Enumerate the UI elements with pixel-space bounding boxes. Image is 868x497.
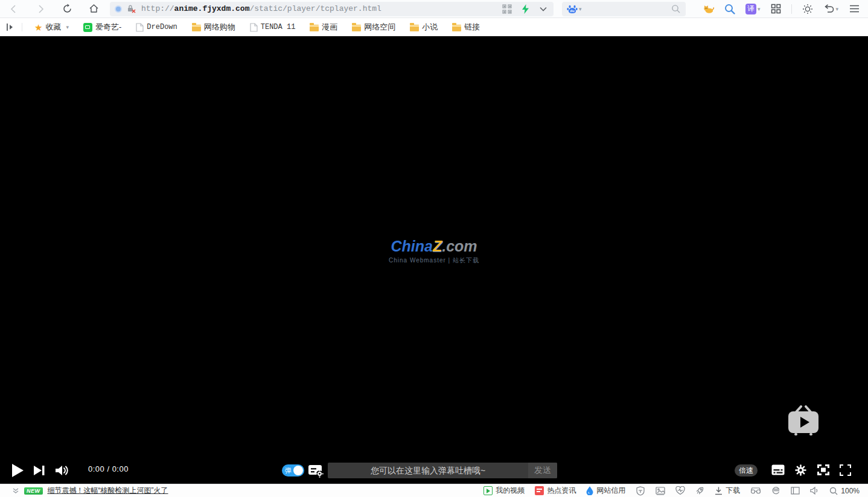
search-icon[interactable]: [670, 4, 681, 14]
favorites-label: 收藏: [45, 22, 61, 33]
incognito-glasses-icon[interactable]: [750, 487, 761, 495]
bookmark-label: 网络购物: [204, 22, 235, 33]
news-headline-link[interactable]: 细节震撼！这幅“核酸检测上河图”火了: [48, 486, 168, 496]
bookmark-folder-novels[interactable]: 小说: [405, 20, 442, 34]
refresh-icon[interactable]: [62, 4, 72, 14]
bookmark-label: 爱奇艺-: [95, 22, 121, 33]
url-host: anime.fjyxdm.com: [174, 4, 250, 13]
bookmark-folder-netspace[interactable]: 网络空间: [347, 20, 400, 34]
url-path: /static/player/tcplayer.html: [249, 4, 381, 13]
bookmark-folder-shopping[interactable]: 网络购物: [187, 20, 240, 34]
bookmark-dredown[interactable]: DreDown: [131, 20, 182, 34]
protection-shield-icon[interactable]: [636, 486, 645, 496]
health-heart-icon[interactable]: [675, 486, 685, 495]
translate-control[interactable]: 译 ▾: [745, 4, 761, 14]
hot-news-button[interactable]: 热点资讯: [535, 486, 576, 496]
menu-hamburger-icon[interactable]: [849, 4, 860, 14]
play-button[interactable]: [11, 463, 24, 478]
water-drop-icon: [586, 486, 593, 495]
undo-icon[interactable]: [823, 4, 834, 14]
download-label: 下载: [726, 486, 740, 496]
mute-speaker-icon[interactable]: [810, 487, 819, 495]
volume-button[interactable]: [55, 464, 68, 476]
undo-caret-icon[interactable]: ▾: [835, 6, 838, 12]
iqiyi-icon: [83, 23, 92, 32]
boost-rocket-icon[interactable]: [695, 486, 704, 495]
favorites-button[interactable]: ★ 收藏 ▾: [30, 20, 74, 34]
bookmark-label: 小说: [422, 22, 438, 33]
danmaku-settings-icon[interactable]: [308, 463, 324, 478]
toggle-knob: [293, 466, 303, 475]
fullscreen-icon[interactable]: [840, 464, 851, 476]
hot-news-icon: [535, 486, 544, 495]
insecure-lock-icon[interactable]: [126, 4, 136, 14]
my-videos-label: 我的视频: [496, 486, 525, 496]
browser-toolbar: http://anime.fjyxdm.com/static/player/tc…: [0, 0, 868, 18]
chevron-down-icon[interactable]: [538, 4, 549, 14]
qr-code-icon[interactable]: [502, 4, 512, 14]
extensions-grid-icon[interactable]: [770, 4, 781, 14]
bookmark-label: DreDown: [147, 23, 177, 31]
site-info-icon[interactable]: [115, 5, 122, 13]
settings-gear-icon[interactable]: [794, 464, 807, 476]
speed-button[interactable]: 倍速: [735, 464, 758, 476]
star-icon: ★: [34, 23, 42, 32]
collapse-chevrons-icon[interactable]: [12, 487, 19, 495]
my-videos-button[interactable]: 我的视频: [483, 486, 525, 496]
url-text[interactable]: http://anime.fjyxdm.com/static/player/tc…: [141, 4, 497, 13]
watermark-tagline: China Webmaster | 站长下载: [389, 256, 479, 265]
translate-icon[interactable]: 译: [745, 4, 756, 14]
danmaku-toggle-label: 弹: [285, 466, 292, 475]
bookmark-label: 链接: [464, 22, 480, 33]
chinaz-watermark: ChinaZ.com China Webmaster | 站长下载: [389, 238, 479, 265]
toolbar-separator: [791, 4, 792, 14]
bookmark-folder-links[interactable]: 链接: [447, 20, 485, 34]
page-icon: [136, 23, 144, 32]
search-bar[interactable]: du ▾: [562, 2, 686, 16]
back-icon[interactable]: [8, 4, 19, 14]
player-controls-bar: 0:00 / 0:00 弹 发送 倍速: [0, 460, 868, 481]
download-button[interactable]: 下载: [715, 486, 740, 496]
url-scheme: http://: [141, 4, 174, 13]
home-icon[interactable]: [88, 4, 99, 14]
danmaku-toggle[interactable]: 弹: [282, 464, 304, 476]
status-bar: NEW 细节震撼！这幅“核酸检测上河图”火了 我的视频 热点资讯 网站信用: [0, 484, 868, 497]
danmaku-input[interactable]: [328, 466, 528, 475]
pet-assistant-icon[interactable]: [703, 4, 714, 14]
lightning-boost-icon[interactable]: [520, 4, 531, 14]
bookmark-folder-comics[interactable]: 漫画: [305, 20, 342, 34]
danmaku-input-wrap: 发送: [328, 463, 557, 478]
find-magnifier-icon[interactable]: [724, 4, 735, 14]
screenshot-image-icon[interactable]: [656, 487, 665, 495]
engine-caret-icon[interactable]: ▾: [579, 6, 582, 12]
video-player-area[interactable]: ChinaZ.com China Webmaster | 站长下载 0:00 /…: [0, 36, 868, 484]
layout-window-icon[interactable]: [791, 487, 800, 495]
daynight-sun-icon[interactable]: [802, 4, 813, 14]
folder-icon: [310, 25, 319, 31]
site-credit-button[interactable]: 网站信用: [586, 486, 625, 496]
undo-control[interactable]: ▾: [823, 4, 838, 14]
send-button[interactable]: 发送: [528, 463, 557, 478]
svg-text:du: du: [570, 9, 575, 13]
hot-news-label: 热点资讯: [547, 486, 576, 496]
sidebar-expand-icon[interactable]: [6, 23, 14, 31]
translate-caret-icon[interactable]: ▾: [758, 6, 761, 12]
forward-icon[interactable]: [35, 4, 46, 14]
page-icon: [250, 23, 258, 32]
folder-icon: [452, 25, 461, 31]
address-bar[interactable]: http://anime.fjyxdm.com/static/player/tc…: [110, 2, 554, 16]
time-display: 0:00 / 0:00: [88, 464, 129, 473]
zoom-magnifier-icon: [829, 487, 838, 495]
baidu-engine-icon[interactable]: du: [567, 4, 578, 14]
my-videos-icon: [483, 486, 493, 495]
subtitle-button[interactable]: [771, 464, 785, 475]
favorites-caret-icon[interactable]: ▾: [66, 24, 69, 30]
folder-icon: [352, 25, 361, 31]
bookmark-iqiyi[interactable]: 爱奇艺-: [78, 20, 126, 34]
player-tv-logo: [786, 405, 821, 439]
compatibility-ie-icon[interactable]: [771, 486, 780, 495]
next-button[interactable]: [33, 464, 45, 476]
bookmark-tenda[interactable]: TENDA 11: [245, 20, 301, 34]
theater-mode-icon[interactable]: [817, 464, 829, 475]
zoom-control[interactable]: 100%: [829, 487, 860, 495]
